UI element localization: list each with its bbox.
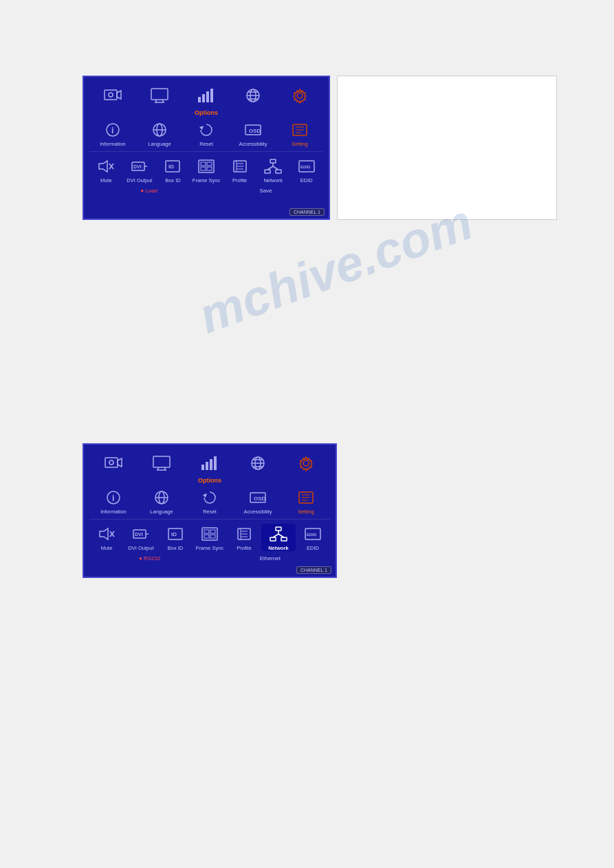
save-label: Save	[259, 188, 272, 194]
svg-text:i: i	[112, 493, 114, 503]
bottom-icon-framesync[interactable]: Frame Sync	[193, 524, 227, 551]
bottom-icon-signal[interactable]	[192, 453, 228, 474]
svg-rect-3	[151, 89, 168, 100]
bottom-gear-icon	[294, 453, 318, 474]
bottom-setting-label: Setting	[298, 509, 314, 515]
bottom-icon-display[interactable]	[144, 453, 179, 474]
bottom-profile-label: Profile	[237, 545, 251, 551]
icon-video[interactable]	[95, 85, 131, 106]
svg-rect-96	[276, 527, 281, 531]
dvi-icon: DVI	[127, 156, 152, 177]
bottom-icon-boxid[interactable]: ID Box ID	[158, 524, 193, 551]
edid-label: EDID	[300, 177, 313, 183]
bottom-signal-icon	[197, 453, 222, 474]
svg-marker-81	[100, 528, 108, 539]
svg-rect-0	[105, 90, 117, 100]
svg-rect-44	[270, 159, 276, 163]
mute-icon	[94, 156, 118, 177]
icon-settings-gear[interactable]	[282, 85, 318, 106]
bottom-icon-language[interactable]: Language	[144, 487, 179, 515]
bottom-boxid-label: Box ID	[168, 545, 184, 551]
svg-rect-92	[204, 535, 209, 538]
svg-rect-38	[201, 162, 206, 166]
channel-badge: CHANNEL 1	[289, 208, 325, 216]
bottom-icon-information[interactable]: i Information	[96, 487, 131, 515]
svg-line-48	[267, 166, 273, 170]
svg-text:i: i	[111, 126, 113, 135]
icon-profile[interactable]: Profile	[223, 156, 256, 183]
top-icon-row-2: i Information Language	[89, 117, 323, 150]
svg-rect-46	[276, 170, 281, 173]
icon-signal[interactable]	[188, 85, 224, 106]
svg-rect-45	[265, 170, 270, 173]
icon-information[interactable]: i Information	[95, 120, 131, 147]
icon-network[interactable]: Network	[256, 156, 290, 183]
osd-icon: OSD	[241, 120, 265, 140]
svg-text:OSD: OSD	[254, 496, 266, 502]
svg-marker-22	[199, 126, 204, 130]
bottom-icon-dvi[interactable]: DVI DVI Output	[124, 524, 158, 551]
bottom-dvi-icon: DVI	[129, 524, 153, 544]
svg-marker-74	[203, 493, 207, 498]
svg-text:OSD: OSD	[249, 128, 261, 134]
setting-label: Setting	[292, 141, 307, 147]
icon-frame-sync[interactable]: Frame Sync	[190, 156, 223, 183]
bottom-options-label: Options	[89, 477, 330, 484]
icon-setting[interactable]: Setting	[282, 120, 318, 147]
framesync-label: Frame Sync	[193, 177, 220, 183]
bottom-mute-label: Mute	[101, 545, 113, 551]
bottom-icon-video[interactable]	[96, 453, 131, 474]
bottom-display-icon	[149, 453, 174, 474]
bottom-dvi-label: DVI Output	[128, 545, 153, 551]
svg-rect-60	[206, 462, 208, 470]
bottom-icon-profile[interactable]: Profile	[227, 524, 261, 551]
icon-globe[interactable]	[235, 85, 271, 106]
profile-label: Profile	[232, 177, 247, 183]
icon-reset[interactable]: Reset	[188, 120, 224, 147]
svg-marker-29	[99, 161, 107, 172]
svg-marker-53	[118, 458, 122, 467]
svg-rect-98	[281, 537, 287, 541]
svg-rect-9	[206, 91, 209, 102]
mute-label: Mute	[100, 177, 112, 183]
svg-text:EDID: EDID	[300, 165, 311, 169]
network-label: Network	[263, 177, 283, 183]
svg-text:ID: ID	[171, 531, 177, 537]
bottom-reset-icon	[197, 487, 222, 508]
top-icon-row-1	[89, 82, 323, 109]
icon-language[interactable]: Language	[142, 120, 177, 147]
svg-rect-7	[198, 97, 201, 102]
bottom-boxid-icon: ID	[163, 524, 188, 544]
svg-point-54	[109, 460, 113, 465]
bottom-language-label: Language	[150, 509, 173, 515]
dvi-output-label: DVI Output	[127, 177, 152, 183]
edid-icon: EDID	[294, 156, 319, 177]
options-label: Options	[89, 109, 323, 116]
bottom-icon-globe[interactable]	[240, 453, 276, 474]
bottom-info-icon: i	[101, 487, 126, 508]
bottom-icon-reset[interactable]: Reset	[192, 487, 228, 515]
bottom-icon-setting[interactable]: Setting	[288, 487, 324, 515]
bottom-icon-network-selected[interactable]: Network	[261, 524, 296, 551]
svg-rect-39	[207, 162, 212, 166]
bottom-icon-edid[interactable]: EDID EDID	[296, 524, 330, 551]
boxid-icon: ID	[160, 156, 185, 177]
icon-box-id[interactable]: ID Box ID	[156, 156, 190, 183]
network-icon	[261, 156, 285, 177]
icon-mute[interactable]: Mute	[89, 156, 123, 183]
bottom-setting-icon	[294, 487, 318, 508]
bottom-menu-panel: Options i Information	[83, 443, 337, 578]
bottom-icon-gear[interactable]	[288, 453, 324, 474]
setting-icon	[287, 120, 312, 140]
icon-dvi-output[interactable]: DVI DVI Output	[123, 156, 157, 183]
icon-edid[interactable]: EDID EDID	[289, 156, 323, 183]
icon-display[interactable]	[142, 85, 177, 106]
framesync-icon	[194, 156, 219, 177]
bottom-icon-mute[interactable]: Mute	[89, 524, 124, 551]
svg-point-68	[303, 460, 309, 466]
svg-rect-90	[204, 530, 209, 533]
bottom-framesync-label: Frame Sync	[196, 545, 223, 551]
bottom-icon-accessibility[interactable]: OSD Accessibility	[240, 487, 276, 515]
icon-accessibility[interactable]: OSD Accessibility	[235, 120, 271, 147]
boxid-label: Box ID	[165, 177, 181, 183]
